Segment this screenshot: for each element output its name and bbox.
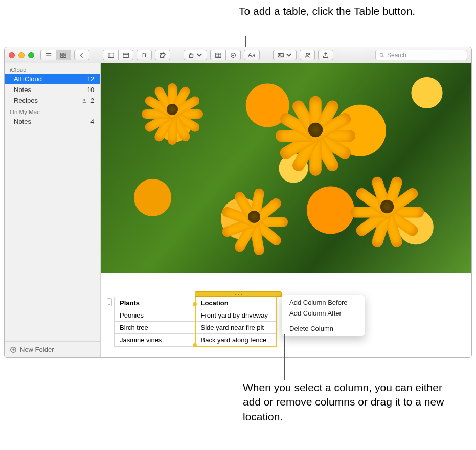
note-editor[interactable]: Plants Location Peonies Front yard by dr…	[101, 63, 471, 357]
sidebar-item-onmymac-notes[interactable]: Notes 4	[5, 116, 100, 127]
menu-separator	[282, 321, 365, 321]
selection-handle-icon[interactable]	[193, 302, 197, 306]
svg-rect-1	[64, 53, 66, 55]
search-icon	[379, 52, 385, 58]
zoom-window-button[interactable]	[28, 52, 34, 58]
svg-point-13	[306, 53, 308, 55]
menu-item-add-column-after[interactable]: Add Column After	[282, 308, 365, 319]
lock-icon	[188, 52, 195, 59]
sidebar-icon	[107, 52, 115, 59]
shared-icon	[81, 98, 87, 104]
table-cell[interactable]: Peonies	[115, 309, 195, 322]
delete-button[interactable]	[137, 50, 152, 60]
checklist-button[interactable]	[225, 50, 241, 60]
close-window-button[interactable]	[9, 52, 15, 58]
table-cell[interactable]: Side yard near fire pit	[195, 322, 276, 334]
sidebar-item-count: 2	[81, 97, 94, 104]
svg-point-14	[309, 53, 310, 54]
sidebar-item-count: 12	[87, 76, 94, 83]
menu-item-delete-column[interactable]: Delete Column	[282, 323, 365, 334]
toggle-sidebar-button[interactable]	[103, 50, 118, 60]
lock-button[interactable]	[184, 50, 207, 60]
format-label: Aa	[248, 52, 256, 59]
svg-rect-6	[123, 53, 129, 54]
gallery-view-button[interactable]	[56, 50, 71, 60]
svg-rect-2	[61, 55, 63, 57]
table-row-handle[interactable]	[107, 298, 112, 306]
sidebar-item-label: Notes	[14, 86, 31, 94]
chevron-down-icon	[285, 52, 292, 59]
table-header-cell[interactable]: Plants	[115, 297, 195, 309]
table-cell[interactable]: Birch tree	[115, 322, 195, 334]
table-row[interactable]: Birch tree Side yard near fire pit	[115, 322, 276, 334]
sidebar-section-header: On My Mac	[5, 106, 100, 116]
list-view-icon	[45, 52, 52, 59]
add-people-icon	[304, 52, 311, 59]
sidebar-item-all-icloud[interactable]: All iCloud 12	[5, 74, 100, 84]
search-placeholder: Search	[387, 52, 406, 59]
trash-icon	[141, 52, 148, 59]
plus-circle-icon	[10, 346, 17, 353]
table-cell[interactable]: Front yard by driveway	[195, 309, 276, 322]
chevron-down-icon	[196, 52, 203, 59]
sidebar-item-count: 10	[87, 86, 94, 94]
callout-top: To add a table, click the Table button.	[239, 4, 415, 18]
collaborate-button[interactable]	[300, 50, 315, 60]
new-folder-button[interactable]: New Folder	[5, 341, 100, 357]
sidebar-item-count: 4	[90, 118, 94, 125]
svg-rect-4	[108, 53, 114, 57]
media-button[interactable]	[273, 50, 297, 60]
checklist-icon	[230, 52, 237, 59]
attachments-button[interactable]	[118, 50, 133, 60]
menu-item-add-column-before[interactable]: Add Column Before	[282, 297, 365, 308]
sidebar-item-notes[interactable]: Notes 10	[5, 84, 100, 95]
callout-bottom: When you select a column, you can either…	[243, 380, 447, 424]
svg-rect-8	[190, 55, 193, 57]
photo-icon	[277, 52, 284, 59]
note-image	[101, 63, 471, 273]
table-icon	[215, 52, 222, 59]
callout-pointer-bottom	[284, 334, 285, 380]
context-menu: Add Column Before Add Column After Delet…	[282, 295, 365, 336]
svg-rect-3	[64, 55, 66, 57]
selection-handle-icon[interactable]	[193, 343, 197, 347]
sidebar: iCloud All iCloud 12 Notes 10 Recipes 2 …	[5, 63, 101, 357]
toolbar: Aa Search	[5, 47, 471, 63]
new-note-button[interactable]	[155, 50, 170, 60]
new-folder-label: New Folder	[20, 346, 54, 353]
sidebar-item-label: Recipes	[14, 97, 38, 104]
list-view-button[interactable]	[40, 50, 56, 60]
search-input[interactable]: Search	[375, 50, 467, 60]
sidebar-item-recipes[interactable]: Recipes 2	[5, 95, 100, 106]
gallery-view-icon	[60, 52, 67, 59]
window-controls	[9, 52, 34, 58]
share-icon	[322, 52, 329, 59]
notes-window: Aa Search iCloud All iCloud 12 Notes	[4, 47, 472, 358]
back-button[interactable]	[74, 50, 89, 60]
sidebar-item-label: Notes	[14, 118, 31, 125]
compose-icon	[159, 52, 166, 59]
svg-point-16	[83, 99, 85, 101]
svg-point-10	[231, 53, 236, 57]
table-button[interactable]	[210, 50, 225, 60]
svg-rect-0	[61, 53, 63, 55]
table-column-handle[interactable]	[195, 291, 282, 297]
svg-point-15	[380, 53, 383, 56]
attachments-icon	[122, 52, 129, 59]
minimize-window-button[interactable]	[18, 52, 25, 58]
format-button[interactable]: Aa	[244, 50, 260, 60]
table-header-cell[interactable]: Location	[195, 297, 276, 309]
table-cell[interactable]: Back yard along fence	[195, 334, 276, 347]
sidebar-item-label: All iCloud	[14, 75, 42, 83]
note-table[interactable]: Plants Location Peonies Front yard by dr…	[108, 296, 277, 347]
svg-rect-5	[123, 53, 129, 57]
sidebar-section-header: iCloud	[5, 63, 100, 74]
share-button[interactable]	[318, 50, 333, 60]
callout-pointer-top	[245, 36, 246, 47]
chevron-left-icon	[78, 52, 85, 59]
table-row[interactable]: Peonies Front yard by driveway	[115, 309, 276, 322]
table-cell[interactable]: Jasmine vines	[115, 334, 195, 347]
